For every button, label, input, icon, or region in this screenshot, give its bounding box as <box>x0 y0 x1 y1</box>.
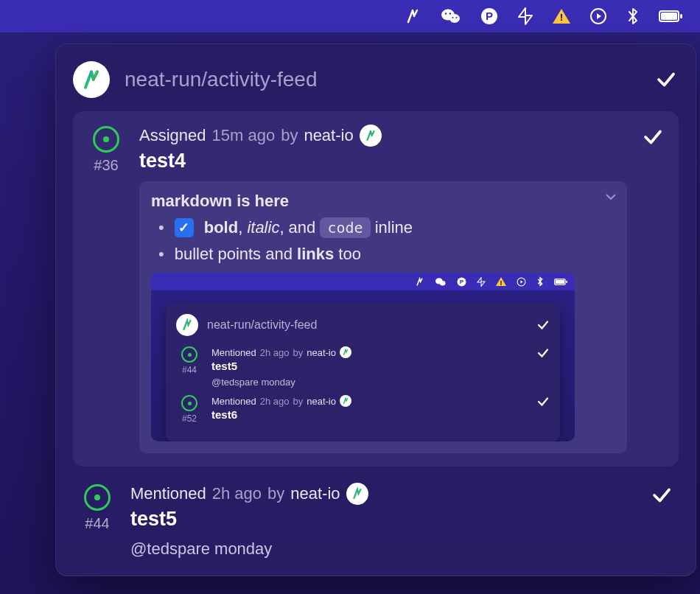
warning-icon: ! <box>496 277 506 286</box>
battery-icon <box>554 279 567 285</box>
issue-title: test5 <box>130 508 636 531</box>
links-text: links <box>297 245 334 263</box>
bold-text: bold <box>204 218 238 237</box>
issue-number: #36 <box>94 157 118 174</box>
author-name: neat-io <box>304 126 353 145</box>
supabase-icon[interactable] <box>517 7 533 25</box>
repo-title: neat-run/activity-feed <box>207 318 528 332</box>
play-circle-icon[interactable] <box>589 7 607 25</box>
issue-badge: #44 <box>77 483 117 532</box>
open-issue-icon <box>93 126 119 153</box>
p-circle-icon[interactable]: P <box>480 7 498 25</box>
open-issue-icon <box>181 395 197 411</box>
neat-icon[interactable] <box>404 7 421 25</box>
open-issue-icon <box>84 484 111 511</box>
battery-icon[interactable] <box>659 10 682 22</box>
repo-title[interactable]: neat-run/activity-feed <box>125 68 639 91</box>
activity-feed-panel: neat-run/activity-feed #36 Assigned 15m … <box>55 43 696 576</box>
comment-text: @tedspare monday <box>130 539 636 559</box>
embed-menubar: P ! <box>151 273 575 290</box>
markdown-heading: markdown is here <box>151 192 615 211</box>
bluetooth-icon <box>536 276 544 287</box>
mark-all-read-button[interactable] <box>654 67 679 92</box>
issue-title: test6 <box>211 408 528 421</box>
issue-number: #44 <box>85 515 109 532</box>
repo-avatar <box>176 314 198 336</box>
svg-rect-10 <box>661 13 677 20</box>
panel-header: neat-run/activity-feed <box>73 61 679 98</box>
embedded-screenshot: P ! neat-run/act <box>151 273 575 441</box>
collapse-caret-icon[interactable] <box>605 193 617 200</box>
mark-read-button[interactable] <box>640 125 665 150</box>
action-label: Mentioned <box>130 484 206 503</box>
p-circle-icon: P <box>457 277 466 287</box>
svg-point-5 <box>456 17 458 18</box>
mark-read-button[interactable] <box>649 483 674 508</box>
bullet-dot: • <box>158 220 164 236</box>
markdown-body: markdown is here • ✓ bold, italic, and c… <box>139 181 627 453</box>
comment-text: @tedspare monday <box>211 377 528 388</box>
svg-point-4 <box>452 17 454 18</box>
time-ago: 15m ago <box>212 126 276 145</box>
wechat-icon[interactable] <box>441 7 461 25</box>
issue-title: test5 <box>211 360 528 372</box>
action-label: Assigned <box>139 126 206 145</box>
repo-avatar <box>73 61 110 98</box>
issue-badge: #36 <box>86 125 126 174</box>
author-avatar <box>346 483 368 505</box>
bluetooth-icon[interactable] <box>626 7 640 26</box>
macos-menubar: P ! <box>0 0 700 32</box>
markdown-bullet: • ✓ bold, italic, and code inline <box>158 218 615 237</box>
activity-meta: Mentioned 2h ago by neat-io <box>130 483 636 505</box>
by-label: by <box>267 484 284 503</box>
wechat-icon <box>435 277 447 287</box>
issue-title: test4 <box>139 150 627 172</box>
author-name: neat-io <box>290 484 340 503</box>
play-circle-icon <box>517 277 526 287</box>
open-issue-icon <box>181 346 197 363</box>
mark-read-button <box>536 346 550 360</box>
supabase-icon <box>477 277 486 287</box>
checkbox-checked-icon[interactable]: ✓ <box>175 218 194 237</box>
author-avatar <box>360 125 382 147</box>
time-ago: 2h ago <box>212 484 262 503</box>
issue-number: #44 <box>182 365 197 375</box>
svg-point-3 <box>449 13 452 15</box>
activity-item: #52 Mentioned 2h ago by neat-io <box>176 395 550 424</box>
svg-point-1 <box>449 14 460 23</box>
by-label: by <box>281 126 298 145</box>
bullet-dot: • <box>158 246 164 262</box>
activity-item: #44 Mentioned 2h ago by neat-io <box>176 346 550 388</box>
svg-text:!: ! <box>500 279 503 287</box>
svg-point-2 <box>445 13 447 15</box>
svg-rect-19 <box>556 279 564 284</box>
mark-all-read-button <box>536 318 550 332</box>
author-avatar <box>340 346 351 358</box>
issue-number: #52 <box>182 413 197 424</box>
mark-read-button <box>536 395 550 408</box>
svg-rect-20 <box>566 280 567 282</box>
svg-rect-11 <box>680 14 682 18</box>
italic-text: italic <box>247 218 279 237</box>
author-avatar <box>340 395 351 407</box>
warning-icon[interactable]: ! <box>553 9 570 24</box>
markdown-bullet: • bullet points and links too <box>158 245 615 264</box>
activity-meta: Assigned 15m ago by neat-io <box>139 125 627 147</box>
activity-item[interactable]: #44 Mentioned 2h ago by neat-io test5 @t… <box>73 477 679 559</box>
svg-text:P: P <box>460 279 464 285</box>
activity-item[interactable]: #36 Assigned 15m ago by neat-io test4 ma… <box>73 111 679 467</box>
code-text: code <box>320 217 370 238</box>
svg-point-13 <box>440 280 446 285</box>
neat-icon <box>415 277 424 287</box>
embed-panel: neat-run/activity-feed #44 <box>166 304 560 441</box>
svg-text:P: P <box>486 10 493 22</box>
